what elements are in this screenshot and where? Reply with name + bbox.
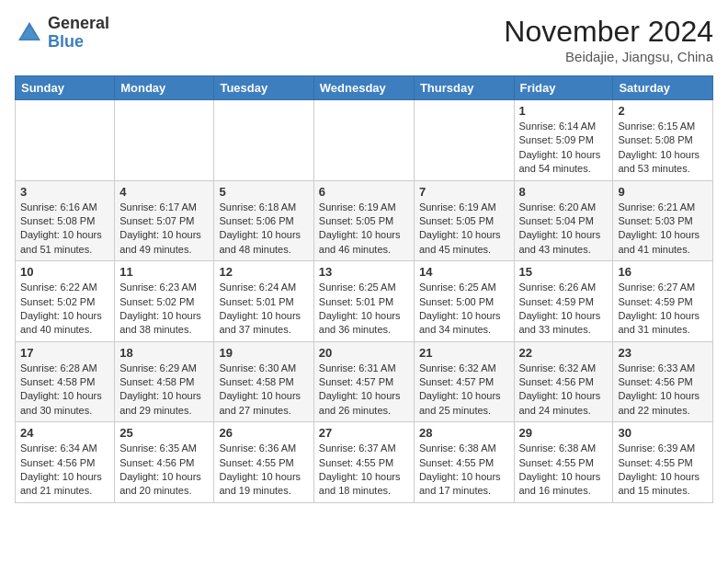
day-info: Sunrise: 6:37 AM Sunset: 4:55 PM Dayligh… (319, 442, 409, 499)
day-info: Sunrise: 6:33 AM Sunset: 4:56 PM Dayligh… (618, 362, 708, 419)
page-header: General Blue November 2024 Beidajie, Jia… (15, 15, 713, 64)
day-info: Sunrise: 6:30 AM Sunset: 4:58 PM Dayligh… (219, 362, 308, 419)
day-number: 8 (519, 185, 609, 199)
day-number: 15 (519, 265, 609, 279)
location-text: Beidajie, Jiangsu, China (504, 49, 713, 64)
calendar-cell: 16 Sunrise: 6:27 AM Sunset: 4:59 PM Dayl… (613, 261, 713, 342)
calendar-cell: 27 Sunrise: 6:37 AM Sunset: 4:55 PM Dayl… (313, 422, 414, 503)
calendar-cell: 28 Sunrise: 6:38 AM Sunset: 4:55 PM Dayl… (414, 422, 514, 503)
calendar-cell (313, 100, 414, 181)
day-info: Sunrise: 6:24 AM Sunset: 5:01 PM Dayligh… (219, 281, 308, 338)
day-number: 28 (419, 426, 509, 440)
logo-blue-text: Blue (48, 32, 84, 51)
calendar-week-5: 24 Sunrise: 6:34 AM Sunset: 4:56 PM Dayl… (16, 422, 713, 503)
day-info: Sunrise: 6:31 AM Sunset: 4:57 PM Dayligh… (319, 362, 409, 419)
day-number: 12 (219, 265, 308, 279)
calendar-cell: 2 Sunrise: 6:15 AM Sunset: 5:08 PM Dayli… (613, 100, 713, 181)
calendar-cell: 7 Sunrise: 6:19 AM Sunset: 5:05 PM Dayli… (414, 180, 514, 261)
day-info: Sunrise: 6:38 AM Sunset: 4:55 PM Dayligh… (519, 442, 609, 499)
calendar-cell: 4 Sunrise: 6:17 AM Sunset: 5:07 PM Dayli… (115, 180, 214, 261)
day-number: 24 (20, 426, 109, 440)
calendar-cell: 1 Sunrise: 6:14 AM Sunset: 5:09 PM Dayli… (514, 100, 613, 181)
day-info: Sunrise: 6:19 AM Sunset: 5:05 PM Dayligh… (319, 201, 409, 258)
day-info: Sunrise: 6:25 AM Sunset: 5:01 PM Dayligh… (319, 281, 409, 338)
day-number: 6 (319, 185, 409, 199)
calendar-cell: 10 Sunrise: 6:22 AM Sunset: 5:02 PM Dayl… (16, 261, 115, 342)
day-number: 3 (20, 185, 109, 199)
day-info: Sunrise: 6:32 AM Sunset: 4:57 PM Dayligh… (419, 362, 509, 419)
day-info: Sunrise: 6:25 AM Sunset: 5:00 PM Dayligh… (419, 281, 509, 338)
calendar-cell (16, 100, 115, 181)
calendar-cell (414, 100, 514, 181)
day-info: Sunrise: 6:18 AM Sunset: 5:06 PM Dayligh… (219, 201, 308, 258)
weekday-header-saturday: Saturday (613, 76, 713, 100)
day-number: 30 (618, 426, 708, 440)
calendar-cell: 23 Sunrise: 6:33 AM Sunset: 4:56 PM Dayl… (613, 341, 713, 422)
calendar-table: SundayMondayTuesdayWednesdayThursdayFrid… (15, 75, 713, 503)
day-info: Sunrise: 6:20 AM Sunset: 5:04 PM Dayligh… (519, 201, 609, 258)
day-number: 18 (119, 346, 209, 360)
weekday-header-thursday: Thursday (414, 76, 514, 100)
calendar-cell: 8 Sunrise: 6:20 AM Sunset: 5:04 PM Dayli… (514, 180, 613, 261)
day-info: Sunrise: 6:21 AM Sunset: 5:03 PM Dayligh… (618, 201, 708, 258)
calendar-cell: 9 Sunrise: 6:21 AM Sunset: 5:03 PM Dayli… (613, 180, 713, 261)
weekday-header-wednesday: Wednesday (313, 76, 414, 100)
calendar-cell: 24 Sunrise: 6:34 AM Sunset: 4:56 PM Dayl… (16, 422, 115, 503)
day-number: 25 (119, 426, 209, 440)
day-number: 10 (20, 265, 109, 279)
day-info: Sunrise: 6:29 AM Sunset: 4:58 PM Dayligh… (119, 362, 209, 419)
calendar-week-3: 10 Sunrise: 6:22 AM Sunset: 5:02 PM Dayl… (16, 261, 713, 342)
calendar-cell: 29 Sunrise: 6:38 AM Sunset: 4:55 PM Dayl… (514, 422, 613, 503)
calendar-cell: 30 Sunrise: 6:39 AM Sunset: 4:55 PM Dayl… (613, 422, 713, 503)
weekday-header-monday: Monday (115, 76, 214, 100)
calendar-cell: 11 Sunrise: 6:23 AM Sunset: 5:02 PM Dayl… (115, 261, 214, 342)
day-number: 5 (219, 185, 308, 199)
day-number: 1 (519, 104, 609, 118)
day-number: 7 (419, 185, 509, 199)
day-info: Sunrise: 6:35 AM Sunset: 4:56 PM Dayligh… (119, 442, 209, 499)
calendar-cell: 21 Sunrise: 6:32 AM Sunset: 4:57 PM Dayl… (414, 341, 514, 422)
day-number: 29 (519, 426, 609, 440)
weekday-header-row: SundayMondayTuesdayWednesdayThursdayFrid… (16, 76, 713, 100)
calendar-cell: 5 Sunrise: 6:18 AM Sunset: 5:06 PM Dayli… (214, 180, 313, 261)
calendar-cell: 14 Sunrise: 6:25 AM Sunset: 5:00 PM Dayl… (414, 261, 514, 342)
day-number: 11 (119, 265, 209, 279)
calendar-cell: 3 Sunrise: 6:16 AM Sunset: 5:08 PM Dayli… (16, 180, 115, 261)
weekday-header-friday: Friday (514, 76, 613, 100)
calendar-cell: 18 Sunrise: 6:29 AM Sunset: 4:58 PM Dayl… (115, 341, 214, 422)
day-info: Sunrise: 6:23 AM Sunset: 5:02 PM Dayligh… (119, 281, 209, 338)
calendar-cell: 12 Sunrise: 6:24 AM Sunset: 5:01 PM Dayl… (214, 261, 313, 342)
calendar-cell: 17 Sunrise: 6:28 AM Sunset: 4:58 PM Dayl… (16, 341, 115, 422)
day-number: 22 (519, 346, 609, 360)
month-title: November 2024 (504, 15, 713, 49)
day-info: Sunrise: 6:19 AM Sunset: 5:05 PM Dayligh… (419, 201, 509, 258)
day-number: 4 (119, 185, 209, 199)
day-info: Sunrise: 6:14 AM Sunset: 5:09 PM Dayligh… (519, 120, 609, 177)
day-number: 23 (618, 346, 708, 360)
day-number: 9 (618, 185, 708, 199)
day-info: Sunrise: 6:36 AM Sunset: 4:55 PM Dayligh… (219, 442, 308, 499)
logo-icon (15, 18, 44, 48)
weekday-header-sunday: Sunday (16, 76, 115, 100)
day-number: 20 (319, 346, 409, 360)
calendar-cell: 22 Sunrise: 6:32 AM Sunset: 4:56 PM Dayl… (514, 341, 613, 422)
day-number: 19 (219, 346, 308, 360)
day-info: Sunrise: 6:22 AM Sunset: 5:02 PM Dayligh… (20, 281, 109, 338)
calendar-cell (214, 100, 313, 181)
day-info: Sunrise: 6:15 AM Sunset: 5:08 PM Dayligh… (618, 120, 708, 177)
day-number: 27 (319, 426, 409, 440)
title-block: November 2024 Beidajie, Jiangsu, China (504, 15, 713, 64)
calendar-week-4: 17 Sunrise: 6:28 AM Sunset: 4:58 PM Dayl… (16, 341, 713, 422)
day-number: 13 (319, 265, 409, 279)
calendar-week-2: 3 Sunrise: 6:16 AM Sunset: 5:08 PM Dayli… (16, 180, 713, 261)
day-number: 2 (618, 104, 708, 118)
day-number: 14 (419, 265, 509, 279)
calendar-cell: 19 Sunrise: 6:30 AM Sunset: 4:58 PM Dayl… (214, 341, 313, 422)
logo: General Blue (15, 15, 109, 52)
weekday-header-tuesday: Tuesday (214, 76, 313, 100)
day-info: Sunrise: 6:17 AM Sunset: 5:07 PM Dayligh… (119, 201, 209, 258)
calendar-cell (115, 100, 214, 181)
calendar-cell: 26 Sunrise: 6:36 AM Sunset: 4:55 PM Dayl… (214, 422, 313, 503)
logo-general-text: General (48, 14, 109, 32)
calendar-cell: 6 Sunrise: 6:19 AM Sunset: 5:05 PM Dayli… (313, 180, 414, 261)
